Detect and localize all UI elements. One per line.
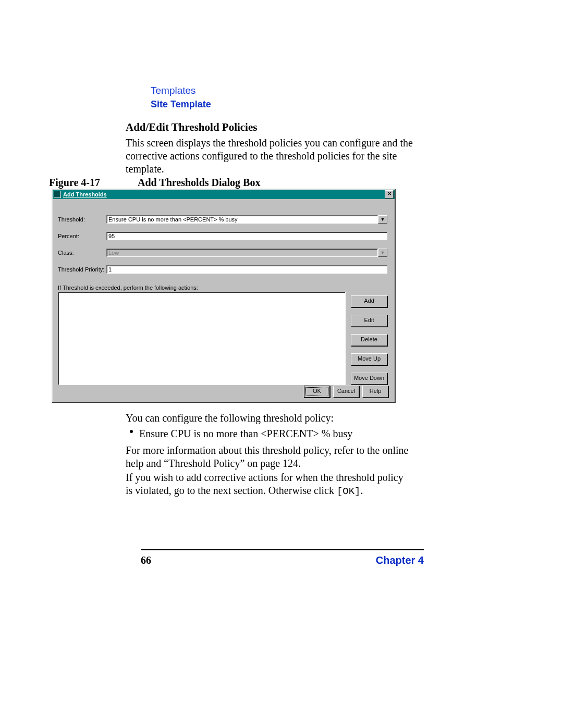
ok-button[interactable]: OK <box>304 386 330 398</box>
delete-button[interactable]: Delete <box>351 334 387 346</box>
figure-title: Add Thresholds Dialog Box <box>138 177 260 189</box>
body-paragraph-1: You can configure the following threshol… <box>126 412 412 425</box>
body-paragraph-3b: . <box>361 485 363 496</box>
footer-rule <box>141 549 424 550</box>
ok-code: [OK] <box>337 486 361 497</box>
section-intro: This screen displays the threshold polic… <box>126 137 418 176</box>
help-button[interactable]: Help <box>362 386 388 398</box>
move-down-button[interactable]: Move Down <box>351 373 387 385</box>
page-number: 66 <box>141 554 151 566</box>
chevron-down-icon[interactable]: ▼ <box>378 215 387 224</box>
actions-label: If Threshold is exceeded, perform the fo… <box>58 285 198 291</box>
class-combo-value: Low <box>106 249 378 257</box>
priority-label: Threshold Priority: <box>58 266 106 273</box>
dialog-title-bar[interactable]: Add Thresholds ✕ <box>53 190 395 199</box>
add-thresholds-dialog: Add Thresholds ✕ Threshold: Ensure CPU i… <box>52 189 396 403</box>
header-site-template: Site Template <box>151 99 516 110</box>
priority-input[interactable]: 1 <box>106 265 387 274</box>
move-up-button[interactable]: Move Up <box>351 353 387 365</box>
percent-label: Percent: <box>58 233 106 239</box>
class-combo: Low ▼ <box>106 249 387 257</box>
edit-button[interactable]: Edit <box>351 315 387 327</box>
actions-list[interactable] <box>58 292 346 385</box>
threshold-combo[interactable]: Ensure CPU is no more than <PERCENT> % b… <box>106 215 387 224</box>
body-paragraph-3: If you wish to add corrective actions fo… <box>126 471 412 498</box>
close-icon[interactable]: ✕ <box>385 190 394 199</box>
bullet-icon <box>130 430 133 433</box>
threshold-combo-value[interactable]: Ensure CPU is no more than <PERCENT> % b… <box>106 215 378 224</box>
chapter-link[interactable]: Chapter 4 <box>376 554 424 566</box>
threshold-label: Threshold: <box>58 216 106 223</box>
body-paragraph-2: For more information about this threshol… <box>126 444 412 470</box>
body-bullet-1: Ensure CPU is no more than <PERCENT> % b… <box>139 427 410 440</box>
section-heading: Add/Edit Threshold Policies <box>126 121 257 134</box>
class-label: Class: <box>58 250 106 256</box>
percent-input[interactable]: 95 <box>106 232 387 240</box>
chevron-down-icon: ▼ <box>378 249 387 257</box>
figure-label: Figure 4-17 <box>49 177 135 189</box>
system-menu-icon[interactable] <box>54 191 61 198</box>
header-templates-link[interactable]: Templates <box>151 85 516 97</box>
dialog-title: Add Thresholds <box>63 191 385 198</box>
cancel-button[interactable]: Cancel <box>333 386 359 398</box>
add-button[interactable]: Add <box>351 295 387 307</box>
